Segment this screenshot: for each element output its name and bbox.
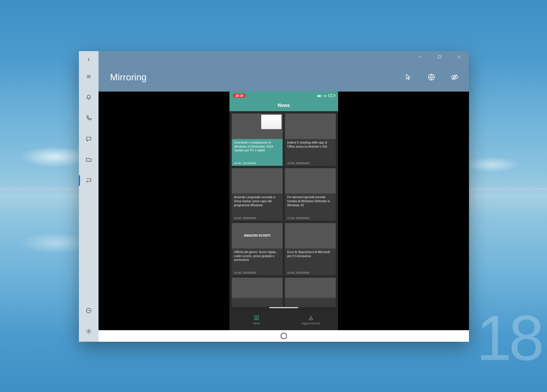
svg-point-1 bbox=[88, 330, 90, 332]
card-thumbnail bbox=[285, 223, 336, 248]
app-window: Mirroring 19:18 ▮▮▯ ◈ bbox=[79, 51, 469, 342]
news-card[interactable]: Amanda Langowski succede a Dona Sarkar c… bbox=[232, 168, 283, 220]
header: Mirroring bbox=[99, 63, 469, 92]
card-title: Download e installazione di Windows 10 N… bbox=[234, 141, 280, 160]
sidebar-item-settings[interactable] bbox=[79, 321, 99, 342]
card-date: 17.30, 23/03/2020 bbox=[287, 215, 333, 220]
sidebar-item-dnd[interactable] bbox=[79, 300, 99, 321]
mirror-viewport: 19:18 ▮▮▯ ◈ News Download e installazion… bbox=[99, 92, 469, 330]
sidebar-item-files[interactable] bbox=[79, 149, 99, 170]
card-thumbnail bbox=[285, 278, 336, 298]
news-card[interactable] bbox=[285, 278, 336, 307]
card-thumbnail bbox=[285, 168, 336, 194]
recording-pill: 19:18 bbox=[233, 94, 246, 98]
back-button[interactable] bbox=[79, 53, 99, 66]
tab-label: News bbox=[253, 322, 260, 325]
news-card[interactable]: [video] Il restyling delle app di Office… bbox=[285, 114, 336, 166]
card-title: Fix elementi ignorati durante l'analisi … bbox=[287, 195, 333, 214]
phone-tab-aggiornamenti[interactable]: Aggiornamenti bbox=[284, 310, 338, 330]
news-card[interactable]: Fix elementi ignorati durante l'analisi … bbox=[285, 168, 336, 220]
news-card[interactable] bbox=[232, 278, 283, 307]
globe-action[interactable] bbox=[426, 71, 437, 83]
android-nav-bar bbox=[99, 330, 469, 342]
header-actions bbox=[403, 71, 460, 83]
cursor-action[interactable] bbox=[403, 71, 414, 83]
maximize-button[interactable] bbox=[430, 51, 449, 63]
card-thumbnail bbox=[232, 114, 283, 139]
wifi-icon: ◈ bbox=[324, 94, 327, 97]
privacy-action[interactable] bbox=[449, 71, 460, 83]
card-date: 18.00, 23/03/2020 bbox=[234, 215, 280, 220]
minimize-button[interactable] bbox=[410, 51, 430, 63]
news-grid[interactable]: Download e installazione di Windows 10 N… bbox=[229, 111, 338, 309]
sidebar-item-notifications[interactable] bbox=[79, 87, 99, 108]
svg-rect-2 bbox=[438, 56, 441, 58]
phone-app-header: News bbox=[229, 100, 338, 111]
card-date: 16.00, 23/03/2020 bbox=[234, 269, 280, 274]
battery-icon bbox=[328, 94, 335, 97]
card-thumbnail bbox=[232, 168, 283, 194]
news-card[interactable]: Ecco le disposizioni di Microsoft per il… bbox=[285, 223, 336, 275]
sidebar-item-mirroring[interactable] bbox=[79, 170, 99, 191]
sidebar bbox=[79, 51, 99, 342]
home-indicator[interactable] bbox=[269, 307, 298, 308]
main-area: Mirroring 19:18 ▮▮▯ ◈ bbox=[99, 51, 469, 342]
card-title: Offerta del giorno: buoni regalo, codici… bbox=[234, 250, 280, 269]
sidebar-item-messages[interactable] bbox=[79, 129, 99, 149]
phone-screen[interactable]: 19:18 ▮▮▯ ◈ News Download e installazion… bbox=[229, 92, 338, 330]
card-title: Ecco le disposizioni di Microsoft per il… bbox=[287, 250, 333, 269]
sidebar-item-calls[interactable] bbox=[79, 108, 99, 129]
phone-tab-bar: NewsAggiornamenti bbox=[229, 309, 338, 330]
menu-button[interactable] bbox=[79, 66, 99, 87]
close-button[interactable] bbox=[449, 51, 469, 63]
card-thumbnail bbox=[285, 114, 336, 139]
page-title: Mirroring bbox=[110, 72, 147, 83]
card-thumbnail: AMAZON SCONTI bbox=[232, 223, 283, 248]
news-card[interactable]: AMAZON SCONTIOfferta del giorno: buoni r… bbox=[232, 223, 283, 275]
wallpaper-clock: 18 bbox=[476, 302, 541, 375]
card-title: [video] Il restyling delle app di Office… bbox=[287, 141, 333, 160]
tab-label: Aggiornamenti bbox=[302, 322, 320, 325]
card-thumbnail bbox=[232, 278, 283, 298]
card-title: Amanda Langowski succede a Dona Sarkar c… bbox=[234, 195, 280, 214]
card-date: 15.00, 23/03/2020 bbox=[287, 269, 333, 274]
card-date: 19.00, 23/03/2020 bbox=[287, 160, 333, 165]
news-card[interactable]: Download e installazione di Windows 10 N… bbox=[232, 114, 283, 166]
signal-icon: ▮▮▯ bbox=[317, 94, 322, 97]
phone-tab-news[interactable]: News bbox=[229, 310, 284, 330]
card-date: 19.00, 12/11/2019 bbox=[234, 160, 280, 165]
phone-status-bar: 19:18 ▮▮▯ ◈ bbox=[229, 92, 338, 100]
home-button[interactable] bbox=[281, 333, 287, 339]
titlebar bbox=[99, 51, 469, 63]
